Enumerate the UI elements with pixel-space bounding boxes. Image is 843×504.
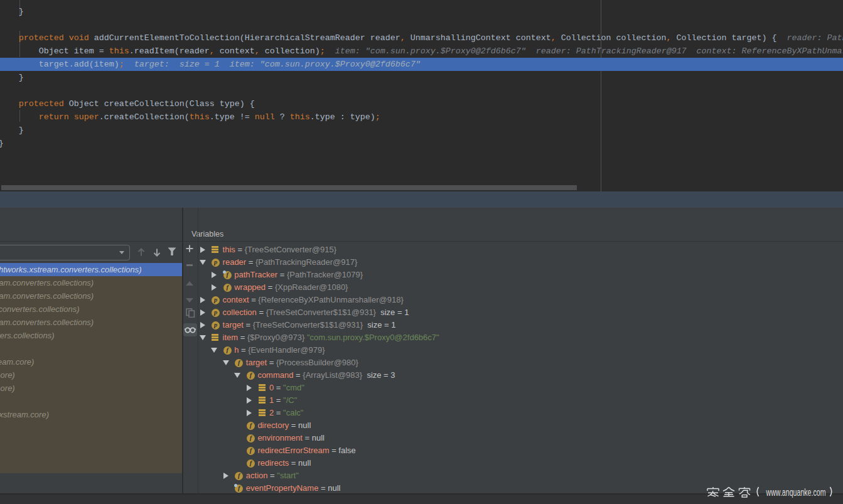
svg-text:www.anquanke.com: www.anquanke.com — [766, 487, 826, 498]
